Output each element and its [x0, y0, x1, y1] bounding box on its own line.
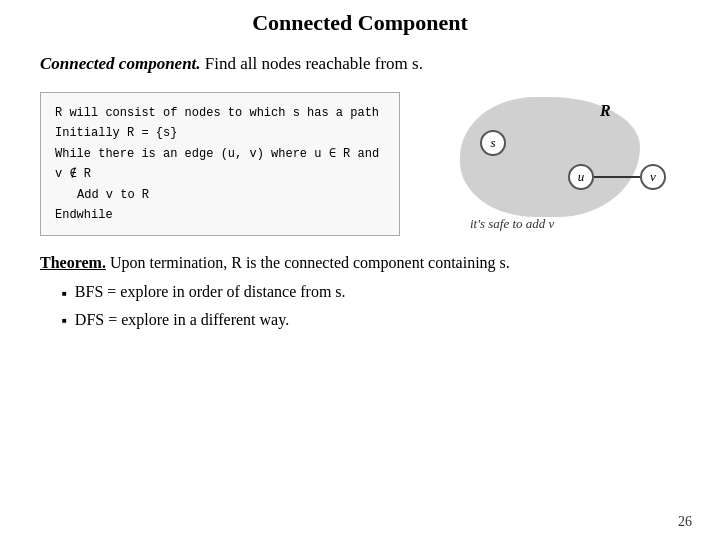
diagram-area: s R u v it's safe to add v: [420, 92, 680, 232]
diagram-caption: it's safe to add v: [470, 216, 554, 232]
bullet-list: BFS = explore in order of distance from …: [40, 278, 680, 332]
theorem-text: Upon termination, R is the connected com…: [106, 254, 510, 271]
blob-shape: [460, 97, 640, 217]
page-number: 26: [678, 514, 692, 530]
page: Connected Component Connected component.…: [0, 0, 720, 540]
intro-bold: Connected component.: [40, 54, 201, 73]
pseudo-line3: While there is an edge (u, v) where u ∈ …: [55, 144, 385, 185]
intro-rest: Find all nodes reachable from s.: [201, 54, 423, 73]
node-u: u: [568, 164, 594, 190]
list-item: BFS = explore in order of distance from …: [62, 278, 680, 305]
pseudocode-box: R will consist of nodes to which s has a…: [40, 92, 400, 236]
theorem-label: Theorem.: [40, 254, 106, 271]
intro-line: Connected component. Find all nodes reac…: [40, 54, 680, 74]
node-s: s: [480, 130, 506, 156]
pseudo-line2: Initially R = {s}: [55, 123, 385, 143]
page-title: Connected Component: [40, 10, 680, 36]
list-item: DFS = explore in a different way.: [62, 306, 680, 333]
pseudo-line1: R will consist of nodes to which s has a…: [55, 103, 385, 123]
theorem-line: Theorem. Upon termination, R is the conn…: [40, 254, 680, 272]
node-r-label: R: [600, 102, 611, 120]
pseudo-line4: Add v to R: [55, 185, 385, 205]
node-v: v: [640, 164, 666, 190]
pseudo-line5: Endwhile: [55, 205, 385, 225]
middle-section: R will consist of nodes to which s has a…: [40, 92, 680, 236]
theorem-section: Theorem. Upon termination, R is the conn…: [40, 254, 680, 332]
edge-uv: [594, 176, 640, 178]
